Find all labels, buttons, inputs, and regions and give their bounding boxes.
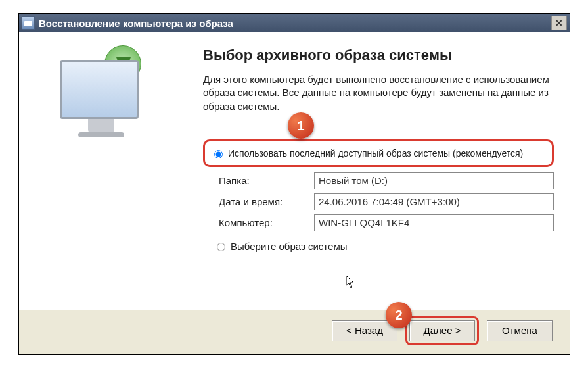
back-button[interactable]: < Назад xyxy=(332,320,397,341)
window-title: Восстановление компьютера из образа xyxy=(39,18,233,29)
radio-use-latest[interactable] xyxy=(214,150,223,158)
cancel-button[interactable]: Отмена xyxy=(487,320,553,341)
computer-field xyxy=(314,214,554,231)
form-panel: Выбор архивного образа системы Для этого… xyxy=(196,32,570,310)
cursor-icon xyxy=(346,276,355,289)
option-use-latest[interactable]: 1 Использовать последний доступный образ… xyxy=(203,139,554,167)
titlebar[interactable]: Восстановление компьютера из образа ✕ xyxy=(19,14,570,32)
next-button[interactable]: Далее > xyxy=(409,320,475,341)
datetime-field xyxy=(314,193,554,210)
close-button[interactable]: ✕ xyxy=(551,16,567,30)
button-bar: < Назад 2 Далее > Отмена xyxy=(19,310,570,351)
description-text: Для этого компьютера будет выполнено вос… xyxy=(203,73,554,113)
radio-use-latest-label: Использовать последний доступный образ с… xyxy=(228,148,523,158)
next-button-highlight: 2 Далее > xyxy=(405,316,479,345)
illustration-panel xyxy=(19,32,196,310)
radio-select-image-label: Выберите образ системы xyxy=(231,241,348,252)
folder-label: Папка: xyxy=(219,175,314,186)
radio-select-image[interactable] xyxy=(217,243,225,251)
annotation-badge-1: 1 xyxy=(288,112,314,139)
row-datetime: Дата и время: xyxy=(219,193,554,210)
content-area: Выбор архивного образа системы Для этого… xyxy=(19,32,570,310)
folder-field xyxy=(314,172,554,189)
datetime-label: Дата и время: xyxy=(219,196,314,207)
image-details: Папка: Дата и время: Компьютер: xyxy=(219,172,554,231)
wizard-window: Восстановление компьютера из образа ✕ Вы… xyxy=(18,13,570,355)
row-computer: Компьютер: xyxy=(219,214,554,231)
row-folder: Папка: xyxy=(219,172,554,189)
restore-illustration xyxy=(52,48,164,140)
page-heading: Выбор архивного образа системы xyxy=(203,47,554,64)
app-icon xyxy=(22,16,35,30)
computer-label: Компьютер: xyxy=(219,217,314,228)
option-select-image[interactable]: Выберите образ системы xyxy=(214,241,554,252)
annotation-badge-2: 2 xyxy=(386,302,412,328)
